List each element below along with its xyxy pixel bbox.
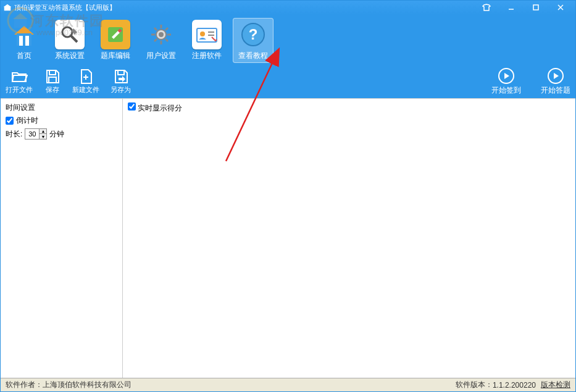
version-label: 软件版本： — [456, 380, 493, 390]
svg-line-24 — [165, 28, 168, 30]
start-answer-label: 开始答题 — [541, 85, 570, 96]
svg-line-23 — [165, 39, 168, 41]
svg-point-28 — [200, 31, 205, 36]
save-icon — [44, 68, 61, 85]
duration-input[interactable] — [25, 129, 39, 139]
countdown-label: 倒计时 — [16, 115, 38, 126]
open-file-label: 打开文件 — [6, 85, 33, 94]
author-value: 上海顶伯软件科技有限公司 — [43, 380, 131, 390]
play-circle-icon — [497, 67, 515, 85]
duration-label: 时长: — [6, 129, 22, 140]
svg-rect-6 — [533, 5, 538, 10]
gear-icon — [146, 20, 176, 49]
help-icon: ? — [238, 20, 268, 49]
svg-line-22 — [154, 28, 157, 30]
save-as-label: 另存为 — [111, 85, 131, 94]
time-settings-label: 时间设置 — [6, 102, 117, 113]
duration-unit: 分钟 — [49, 129, 64, 140]
content-area: 时间设置 倒计时 时长: ▲ ▼ 分钟 实时显示得分 — [1, 98, 575, 378]
left-panel: 时间设置 倒计时 时长: ▲ ▼ 分钟 — [1, 99, 123, 378]
skin-button[interactable] — [474, 2, 499, 13]
spinner-down[interactable]: ▼ — [40, 134, 46, 139]
save-as-button[interactable]: 另存为 — [111, 68, 131, 94]
folder-open-icon — [10, 68, 28, 85]
svg-point-26 — [159, 32, 164, 37]
question-bank-edit-label: 题库编辑 — [101, 51, 130, 61]
duration-spinner[interactable]: ▲ ▼ — [25, 128, 47, 140]
register-software-label: 注册软件 — [192, 51, 222, 61]
save-as-icon — [112, 68, 130, 85]
home-label: 首页 — [17, 51, 31, 61]
svg-rect-37 — [118, 70, 124, 75]
user-settings-button[interactable]: 用户设置 — [141, 19, 181, 62]
app-icon — [3, 3, 12, 12]
svg-rect-33 — [49, 70, 56, 75]
new-file-button[interactable]: 新建文件 — [72, 68, 99, 94]
realtime-score-label: 实时显示得分 — [138, 104, 182, 112]
id-card-icon — [192, 20, 222, 49]
start-checkin-button[interactable]: 开始签到 — [491, 67, 521, 96]
spinner-up[interactable]: ▲ — [40, 129, 46, 134]
view-tutorial-label: 查看教程 — [238, 51, 268, 61]
edit-note-icon — [101, 20, 130, 49]
save-button[interactable]: 保存 — [44, 68, 61, 94]
svg-rect-11 — [19, 36, 23, 46]
new-file-label: 新建文件 — [72, 85, 99, 94]
maximize-button[interactable] — [524, 2, 548, 13]
svg-marker-41 — [554, 73, 559, 79]
open-file-button[interactable]: 打开文件 — [6, 68, 33, 94]
register-software-button[interactable]: 注册软件 — [187, 19, 227, 62]
minimize-button[interactable] — [499, 2, 524, 13]
new-file-icon — [77, 68, 94, 85]
version-value: 1.1.2.200220 — [493, 381, 536, 390]
svg-marker-4 — [4, 4, 11, 7]
svg-marker-39 — [504, 73, 509, 79]
window-title: 顶伯课堂互动答题系统【试用版】 — [14, 3, 116, 12]
statusbar: 软件作者： 上海顶伯软件科技有限公司 软件版本： 1.1.2.200220 版本… — [1, 378, 575, 391]
svg-rect-34 — [49, 77, 56, 83]
play-circle-icon — [546, 67, 565, 85]
user-settings-label: 用户设置 — [146, 51, 176, 61]
start-checkin-label: 开始签到 — [491, 85, 521, 96]
svg-rect-10 — [17, 33, 31, 46]
realtime-score-checkbox[interactable] — [128, 102, 136, 111]
watermark-url: www.pc0359.cn — [36, 28, 93, 37]
save-label: 保存 — [46, 85, 59, 94]
svg-rect-3 — [4, 6, 11, 10]
view-tutorial-button[interactable]: ? 查看教程 — [233, 18, 273, 63]
svg-text:?: ? — [249, 26, 258, 43]
start-answer-button[interactable]: 开始答题 — [541, 67, 570, 96]
sub-toolbar: 打开文件 保存 新建文件 另存为 开始签到 开始答题 — [1, 64, 575, 98]
countdown-checkbox[interactable] — [6, 117, 14, 125]
author-label: 软件作者： — [6, 380, 43, 390]
system-settings-label: 系统设置 — [55, 51, 85, 61]
right-panel: 实时显示得分 — [123, 99, 575, 378]
close-button[interactable] — [548, 2, 573, 13]
version-check-link[interactable]: 版本检测 — [541, 380, 570, 390]
svg-line-25 — [154, 39, 157, 41]
svg-rect-12 — [25, 36, 29, 46]
